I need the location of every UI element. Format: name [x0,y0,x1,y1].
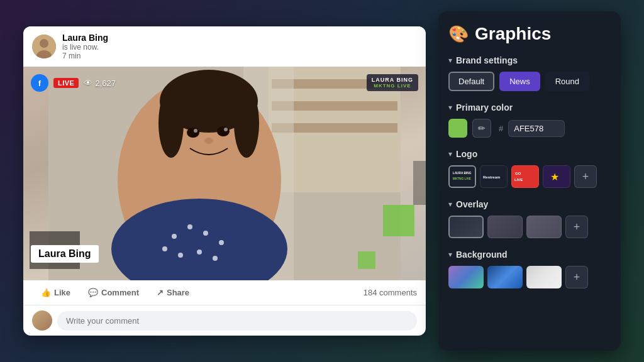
brand-round-button[interactable]: Round [545,72,589,91]
live-status: is live now. [62,43,99,52]
svg-point-18 [203,231,208,236]
comments-count: 184 comments [364,288,417,297]
background-section: ▾ Background + [448,250,611,288]
background-title: Background [456,250,508,260]
lower-third-name: Laura Bing [38,248,91,259]
logo-add-button[interactable]: + [574,165,597,188]
svg-point-16 [172,234,177,239]
brand-settings-header[interactable]: ▾ Brand settings [448,55,611,65]
logo-section: ▾ Logo LAURA BING MKTNG LIVE Restream [448,149,611,188]
brand-settings-section: ▾ Brand settings Default News Round [448,55,611,91]
svg-point-26 [194,129,197,133]
color-swatch[interactable] [448,119,467,138]
overlay-item-3[interactable] [526,216,562,238]
eyedropper-button[interactable]: ✏ [472,119,491,138]
lower-third: Laura Bing [31,245,99,263]
share-button[interactable]: ↗ Share [148,284,198,301]
primary-color-section: ▾ Primary color ✏ # [448,102,611,138]
brand-chevron-icon: ▾ [448,56,452,65]
svg-text:MKTNG LIVE: MKTNG LIVE [453,177,471,180]
svg-text:Restream: Restream [483,175,500,179]
commenter-avatar [32,310,52,331]
svg-point-17 [187,224,192,229]
brand-settings-title: Brand settings [456,55,518,65]
svg-point-1 [40,39,48,48]
overlay-add-button[interactable]: + [565,216,588,238]
brand-buttons: Default News Round [448,72,611,91]
color-picker-row: ✏ # [448,119,611,138]
user-info: Laura Bing is live now. 7 min [62,33,417,60]
dark-accent-2 [413,161,426,205]
overlay-chevron-icon: ▾ [448,200,452,209]
video-container: f LIVE 👁 2,627 LAURA BING MKTNG LIVE Lau… [23,67,426,280]
svg-text:★: ★ [550,172,559,182]
svg-point-19 [219,240,224,245]
svg-point-24 [187,128,199,138]
overlay-row: + [448,216,611,238]
palette-icon: 🎨 [448,25,469,44]
overlay-section: ▾ Overlay + [448,199,611,238]
watermark: LAURA BING MKTNG LIVE [367,74,418,91]
logo-header[interactable]: ▾ Logo [448,149,611,159]
avatar [32,35,56,58]
logo-item-2[interactable]: Restream [480,165,508,188]
share-icon: ↗ [157,288,164,297]
eye-icon: 👁 [84,78,92,88]
brand-default-button[interactable]: Default [448,72,494,91]
overlay-title: Overlay [456,199,488,209]
background-header[interactable]: ▾ Background [448,250,611,260]
live-pill: LIVE [53,78,79,88]
green-accent-2 [358,251,375,269]
logo-row: LAURA BING MKTNG LIVE Restream GO LIVE [448,165,611,188]
primary-color-header[interactable]: ▾ Primary color [448,102,611,112]
svg-point-14 [234,89,259,158]
svg-text:GO: GO [515,172,521,175]
svg-point-22 [197,250,202,255]
comment-area [23,305,426,336]
background-row: + [448,266,611,288]
logo-title: Logo [456,149,477,159]
watermark-line1: LAURA BING [372,77,413,83]
comment-button[interactable]: 💬 Comment [79,284,148,301]
background-add-button[interactable]: + [565,266,588,288]
color-chevron-icon: ▾ [448,103,452,112]
background-item-1[interactable] [448,266,484,288]
viewer-count: 👁 2,627 [84,78,116,88]
background-item-3[interactable] [526,266,562,288]
like-button[interactable]: 👍 Like [32,284,79,301]
overlay-item-2[interactable] [487,216,523,238]
panel-title: Graphics [475,24,551,44]
logo-item-1[interactable]: LAURA BING MKTNG LIVE [448,165,476,188]
comment-icon: 💬 [88,288,98,297]
facebook-post-panel: Laura Bing is live now. 7 min [23,26,426,336]
graphics-panel: 🎨 Graphics ▾ Brand settings Default News… [438,11,621,351]
logo-chevron-icon: ▾ [448,150,452,158]
background-chevron-icon: ▾ [448,250,452,259]
fb-post-header: Laura Bing is live now. 7 min [23,26,426,67]
post-time: 7 min [62,52,417,60]
overlay-item-1[interactable] [448,216,484,238]
overlay-header[interactable]: ▾ Overlay [448,199,611,209]
brand-news-button[interactable]: News [499,72,540,91]
svg-rect-34 [512,166,538,187]
svg-point-13 [158,89,184,158]
svg-text:LAURA BING: LAURA BING [453,172,472,175]
comment-input[interactable] [57,311,417,331]
background-item-2[interactable] [487,266,523,288]
panel-title-area: 🎨 Graphics [448,24,611,44]
svg-point-28 [204,138,213,144]
watermark-line2: MKTNG LIVE [372,83,413,89]
facebook-icon: f [31,74,48,92]
primary-color-title: Primary color [456,102,513,112]
svg-point-27 [224,128,228,131]
like-icon: 👍 [41,288,51,297]
svg-point-25 [217,126,230,136]
svg-point-20 [162,246,167,251]
svg-point-23 [213,256,218,261]
live-badge-area: f LIVE 👁 2,627 [31,74,116,92]
hex-color-input[interactable] [508,120,565,137]
logo-item-3[interactable]: GO LIVE [511,165,539,188]
fb-actions-bar: 👍 Like 💬 Comment ↗ Share 184 comments [23,280,426,305]
svg-point-21 [178,253,183,258]
logo-item-4[interactable]: ★ [543,165,570,188]
